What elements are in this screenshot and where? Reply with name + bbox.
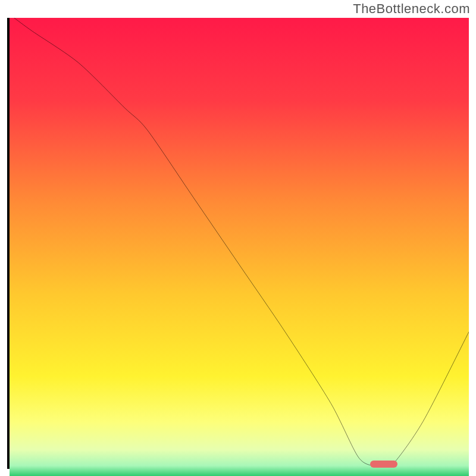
optimal-marker [370,461,397,468]
background-gradient [10,18,469,476]
svg-rect-0 [10,18,469,476]
chart-container: TheBottleneck.com [0,0,476,476]
watermark-text: TheBottleneck.com [353,1,470,17]
plot-area [7,18,469,469]
